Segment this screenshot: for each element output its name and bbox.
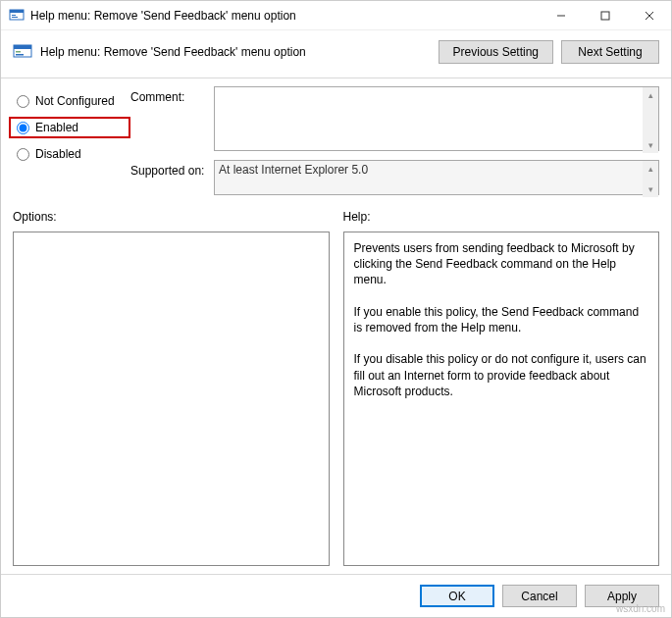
ok-button[interactable]: OK [420, 585, 494, 607]
maximize-button[interactable] [583, 1, 627, 29]
state-radios: Not Configured Enabled Disabled [13, 86, 130, 204]
window-controls [539, 1, 671, 29]
radio-not-configured[interactable]: Not Configured [13, 90, 130, 112]
comment-input[interactable] [214, 86, 659, 151]
comment-wrap: ▴▾ [214, 86, 659, 154]
svg-rect-3 [12, 17, 18, 18]
comment-row: Comment: ▴▾ [130, 86, 659, 154]
svg-rect-5 [601, 12, 609, 20]
svg-rect-2 [12, 15, 16, 16]
supported-label: Supported on: [130, 160, 214, 198]
radio-enabled-label: Enabled [35, 121, 78, 134]
policy-icon [9, 8, 25, 24]
header-bar: Help menu: Remove 'Send Feedback' menu o… [1, 30, 671, 78]
radio-disabled[interactable]: Disabled [13, 143, 130, 165]
minimize-button[interactable] [539, 1, 583, 29]
svg-rect-1 [10, 10, 24, 13]
radio-not-configured-label: Not Configured [35, 94, 115, 108]
dialog-window: Help menu: Remove 'Send Feedback' menu o… [0, 0, 672, 618]
previous-setting-button[interactable]: Previous Setting [439, 40, 553, 64]
options-pane: Options: [13, 210, 330, 566]
options-label: Options: [13, 210, 330, 224]
radio-disabled-input[interactable] [17, 148, 29, 161]
supported-row: Supported on: ▴▾ [130, 160, 659, 198]
close-button[interactable] [627, 1, 671, 29]
radio-enabled-input[interactable] [17, 122, 29, 134]
radio-not-configured-input[interactable] [17, 95, 29, 108]
supported-scrollbar[interactable]: ▴▾ [643, 161, 658, 197]
help-label: Help: [343, 210, 660, 224]
apply-button[interactable]: Apply [585, 585, 659, 607]
radio-enabled[interactable]: Enabled [9, 117, 130, 138]
window-title: Help menu: Remove 'Send Feedback' menu o… [30, 9, 539, 23]
next-setting-button[interactable]: Next Setting [561, 40, 659, 64]
svg-rect-9 [14, 45, 31, 49]
titlebar: Help menu: Remove 'Send Feedback' menu o… [1, 1, 671, 30]
policy-header-icon [13, 42, 32, 62]
supported-wrap: ▴▾ [214, 160, 659, 198]
supported-value [214, 160, 659, 195]
svg-rect-11 [16, 54, 24, 56]
radio-disabled-label: Disabled [35, 147, 81, 161]
svg-rect-10 [16, 51, 21, 53]
comment-scrollbar[interactable]: ▴▾ [643, 87, 658, 153]
header-label: Help menu: Remove 'Send Feedback' menu o… [40, 45, 431, 59]
footer: OK Cancel Apply [1, 574, 671, 617]
help-body[interactable]: Prevents users from sending feedback to … [343, 232, 660, 566]
options-body[interactable] [13, 232, 330, 566]
field-column: Comment: ▴▾ Supported on: ▴▾ [130, 86, 659, 204]
cancel-button[interactable]: Cancel [502, 585, 577, 607]
help-pane: Help: Prevents users from sending feedba… [343, 210, 660, 566]
lower-panes: Options: Help: Prevents users from sendi… [1, 204, 671, 574]
config-section: Not Configured Enabled Disabled Comment:… [1, 78, 671, 204]
comment-label: Comment: [130, 86, 214, 154]
